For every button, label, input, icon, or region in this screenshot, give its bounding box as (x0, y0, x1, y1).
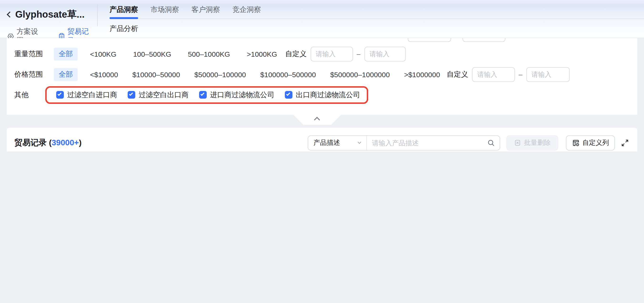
filter-label: 重量范围 (14, 49, 54, 58)
search-combo: 产品描述 (308, 135, 500, 150)
checkbox-label: 进口商过滤物流公司 (210, 90, 274, 99)
record-count: 39000+ (52, 138, 79, 147)
title-block: Glyphosate草... 方案设置 贸易记录 (7, 0, 95, 38)
trade-records-card: 贸易记录 (39000+) 产品描述 批量删除 (7, 128, 637, 152)
weight-max-input[interactable] (364, 46, 406, 61)
filter-checkbox-item[interactable]: 出口商过滤物流公司 (285, 90, 360, 99)
tab-customer-insight[interactable]: 客户洞察 (192, 0, 220, 19)
tab-market-insight[interactable]: 市场洞察 (150, 0, 179, 19)
price-option[interactable]: >$1000000 (404, 70, 440, 78)
weight-option[interactable]: 500–1000KG (188, 50, 230, 58)
batch-delete-label: 批量删除 (524, 138, 551, 147)
filter-checkbox-item[interactable]: 过滤空白出口商 (128, 90, 189, 99)
chevron-down-icon (357, 140, 362, 145)
toolbar-right: 产品描述 批量删除 自定义列 (308, 135, 629, 150)
filter-row-price-range: 价格范围 全部 <$10000 $10000–50000 $50000–1000… (14, 65, 632, 83)
collapse-panel-handle[interactable] (294, 115, 341, 125)
filter-checkbox-item[interactable]: 过滤空白进口商 (56, 90, 117, 99)
weight-option[interactable]: >1000KG (247, 50, 277, 58)
back-chevron-icon[interactable] (7, 12, 12, 18)
search-icon[interactable] (487, 139, 495, 146)
search-field-select-value: 产品描述 (314, 138, 340, 147)
weight-custom-label[interactable]: 自定义 (285, 49, 307, 58)
weight-min-input[interactable] (310, 46, 353, 61)
fullscreen-button[interactable] (621, 138, 629, 147)
search-input-wrap (367, 136, 500, 150)
price-max-input[interactable] (526, 67, 570, 82)
tab-competitor-insight[interactable]: 竞企洞察 (232, 0, 261, 19)
checkbox-label: 过滤空白进口商 (67, 90, 117, 99)
price-option[interactable]: $500000–1000000 (330, 70, 390, 78)
tab-label: 竞企洞察 (232, 5, 261, 14)
page-title: Glyphosate草... (15, 8, 84, 21)
weight-option-all[interactable]: 全部 (54, 48, 78, 60)
app-window: Glyphosate草... 方案设置 贸易记录 产品洞察 市场洞察 客户洞察 (0, 0, 644, 152)
custom-columns-icon (572, 139, 580, 146)
clipped-input-above[interactable] (462, 38, 506, 42)
price-option[interactable]: <$10000 (90, 70, 118, 78)
filter-row-other: 其他 过滤空白进口商 过滤空白出口商 进口商过滤物流公司 (14, 86, 632, 104)
red-annotation-box: 过滤空白进口商 过滤空白出口商 进口商过滤物流公司 出口商过滤物 (45, 86, 368, 104)
checkbox-checked-icon[interactable] (128, 91, 135, 98)
collapse-band (0, 115, 644, 128)
weight-option[interactable]: <100KG (90, 50, 116, 58)
chevron-up-icon (314, 117, 320, 123)
batch-delete-icon (514, 139, 521, 146)
header-divider (97, 4, 98, 26)
top-bar: Glyphosate草... 方案设置 贸易记录 产品洞察 市场洞察 客户洞察 (0, 0, 644, 38)
fullscreen-icon (621, 138, 629, 147)
search-input[interactable] (367, 139, 487, 146)
filter-label: 其他 (14, 90, 50, 99)
main-tabs-block: 产品洞察 市场洞察 客户洞察 竞企洞察 产品分析 (110, 0, 644, 38)
tab-product-analysis[interactable]: 产品分析 (110, 24, 138, 33)
price-option[interactable]: $100000–500000 (260, 70, 316, 78)
checkbox-checked-icon[interactable] (199, 91, 207, 98)
checkbox-checked-icon[interactable] (56, 91, 64, 98)
checkbox-label: 过滤空白出口商 (138, 90, 189, 99)
price-min-input[interactable] (472, 67, 515, 82)
table-toolbar: 贸易记录 (39000+) 产品描述 批量删除 (7, 128, 637, 152)
tab-label: 产品洞察 (110, 5, 138, 14)
tab-label: 市场洞察 (150, 5, 179, 14)
checkbox-checked-icon[interactable] (285, 91, 292, 98)
price-option[interactable]: $50000–100000 (194, 70, 246, 78)
batch-delete-button[interactable]: 批量删除 (506, 135, 558, 150)
weight-option[interactable]: 100–500KG (133, 50, 171, 58)
filter-row-weight-range: 重量范围 全部 <100KG 100–500KG 500–1000KG >100… (14, 45, 632, 63)
price-custom-label[interactable]: 自定义 (447, 70, 468, 79)
search-field-select[interactable]: 产品描述 (308, 136, 367, 150)
count-paren: ) (79, 138, 82, 147)
secondary-tabs: 产品分析 (110, 19, 644, 38)
table-title: 贸易记录 (39000+) (14, 137, 82, 148)
clipped-input-above[interactable] (408, 38, 451, 42)
filter-checkbox-item[interactable]: 进口商过滤物流公司 (199, 90, 274, 99)
custom-columns-label: 自定义列 (582, 138, 609, 147)
tab-label: 客户洞察 (192, 5, 220, 14)
custom-columns-button[interactable]: 自定义列 (566, 135, 615, 150)
range-dash: – (519, 70, 522, 78)
checkbox-label: 出口商过滤物流公司 (296, 90, 360, 99)
tab-active-underline (110, 17, 138, 19)
filter-label: 价格范围 (14, 70, 54, 79)
main-tabs: 产品洞察 市场洞察 客户洞察 竞企洞察 (110, 0, 644, 19)
range-dash: – (357, 50, 360, 58)
price-option-all[interactable]: 全部 (54, 68, 78, 81)
price-option[interactable]: $10000–50000 (132, 70, 180, 78)
table-title-text: 贸易记录 (14, 138, 47, 147)
filter-panel: 重量范围 全部 <100KG 100–500KG 500–1000KG >100… (7, 38, 637, 115)
tab-product-insight[interactable]: 产品洞察 (110, 0, 138, 19)
